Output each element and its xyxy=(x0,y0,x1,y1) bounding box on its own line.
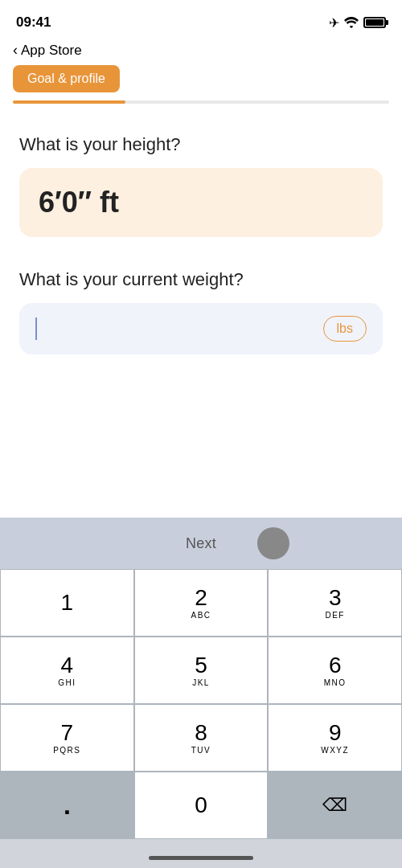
height-display: 6′0″ ft xyxy=(19,168,383,237)
nav-bar: ‹ App Store xyxy=(0,39,402,65)
back-button[interactable]: ‹ App Store xyxy=(13,42,82,59)
keyboard-area: Next 1 2 ABC 3 DEF 4 GHI 5 xyxy=(0,518,402,868)
key-4[interactable]: 4 GHI xyxy=(0,637,134,704)
key-1[interactable]: 1 xyxy=(0,569,134,637)
wifi-icon xyxy=(344,17,359,28)
keypad-row-2: 4 GHI 5 JKL 6 MNO xyxy=(0,637,402,704)
weight-question: What is your current weight? xyxy=(19,269,383,290)
height-section: What is your height? 6′0″ ft xyxy=(19,134,383,237)
home-indicator xyxy=(0,839,402,868)
status-icons: ✈ xyxy=(329,15,386,31)
status-bar: 09:41 ✈ xyxy=(0,0,402,39)
next-label[interactable]: Next xyxy=(186,535,216,552)
key-2[interactable]: 2 ABC xyxy=(134,569,269,637)
progress-track xyxy=(13,100,389,104)
key-9[interactable]: 9 WXYZ xyxy=(268,704,402,772)
key-5[interactable]: 5 JKL xyxy=(134,637,269,704)
unit-badge[interactable]: lbs xyxy=(323,316,367,342)
airplane-icon: ✈ xyxy=(329,15,339,31)
battery-icon xyxy=(363,17,386,28)
back-label: App Store xyxy=(21,43,82,59)
main-content: What is your height? 6′0″ ft What is you… xyxy=(0,110,402,403)
status-time: 09:41 xyxy=(16,14,51,31)
height-value: 6′0″ ft xyxy=(39,186,119,219)
next-button-area[interactable]: Next xyxy=(0,518,402,569)
progress-bar-container xyxy=(0,100,402,104)
height-question: What is your height? xyxy=(19,134,383,155)
progress-fill xyxy=(13,100,125,104)
drag-handle[interactable] xyxy=(257,527,289,559)
delete-icon: ⌫ xyxy=(322,795,347,816)
key-8[interactable]: 8 TUV xyxy=(134,704,269,772)
home-bar xyxy=(149,856,253,860)
goal-profile-button[interactable]: Goal & profile xyxy=(13,65,120,92)
key-7[interactable]: 7 PQRS xyxy=(0,704,134,772)
keypad-row-3: 7 PQRS 8 TUV 9 WXYZ xyxy=(0,704,402,772)
key-6[interactable]: 6 MNO xyxy=(268,637,402,704)
key-delete[interactable]: ⌫ xyxy=(268,772,402,839)
keypad-row-4: . 0 ⌫ xyxy=(0,772,402,839)
back-chevron-icon: ‹ xyxy=(13,42,18,59)
key-3[interactable]: 3 DEF xyxy=(268,569,402,637)
keypad: 1 2 ABC 3 DEF 4 GHI 5 JKL 6 MNO xyxy=(0,569,402,839)
goal-profile-section: Goal & profile xyxy=(0,65,402,100)
text-cursor xyxy=(35,317,37,340)
weight-section: What is your current weight? lbs xyxy=(19,269,383,354)
key-0[interactable]: 0 xyxy=(134,772,269,839)
weight-input-container[interactable]: lbs xyxy=(19,303,383,354)
keypad-row-1: 1 2 ABC 3 DEF xyxy=(0,569,402,637)
key-dot[interactable]: . xyxy=(0,772,134,839)
